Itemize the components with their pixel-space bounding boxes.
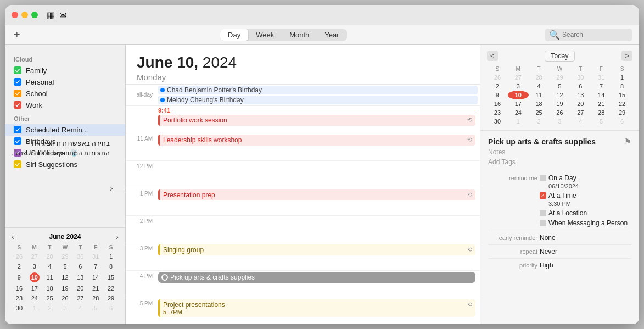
right-cal-next[interactable]: > bbox=[621, 51, 632, 61]
pickup-event[interactable]: Pick up arts & crafts supplies bbox=[158, 272, 475, 283]
mini-cal-cell[interactable]: 26 bbox=[12, 252, 27, 261]
r-cal-cell[interactable]: 6 bbox=[570, 82, 591, 91]
right-cal-today[interactable]: Today bbox=[545, 51, 574, 62]
sidebar-item-scheduled[interactable]: Scheduled Remin... bbox=[5, 124, 125, 136]
r-cal-cell[interactable]: 12 bbox=[550, 91, 570, 99]
mini-cal-cell[interactable]: 2 bbox=[12, 261, 27, 271]
mini-cal-cell[interactable]: 13 bbox=[72, 271, 88, 283]
mini-cal-cell[interactable]: 29 bbox=[58, 252, 73, 261]
r-cal-cell[interactable]: 5 bbox=[550, 82, 570, 91]
mini-cal-cell[interactable]: 3 bbox=[27, 261, 42, 271]
when-messaging-checkbox[interactable] bbox=[540, 220, 546, 226]
r-cal-cell[interactable]: 19 bbox=[550, 99, 570, 108]
r-cal-cell[interactable]: 6 bbox=[612, 117, 632, 126]
r-cal-cell[interactable]: 2 bbox=[529, 117, 550, 126]
mini-cal-cell[interactable]: 4 bbox=[42, 261, 58, 271]
add-button[interactable]: + bbox=[12, 29, 23, 40]
r-cal-cell[interactable]: 28 bbox=[529, 73, 550, 82]
view-month-button[interactable]: Month bbox=[282, 29, 317, 41]
r-cal-cell[interactable]: 11 bbox=[529, 91, 550, 99]
mini-cal-cell[interactable]: 25 bbox=[42, 293, 58, 303]
at-a-location-checkbox[interactable] bbox=[540, 210, 546, 216]
r-cal-cell-today[interactable]: 10 bbox=[508, 91, 529, 99]
mini-cal-cell[interactable]: 2 bbox=[42, 303, 58, 313]
r-cal-cell[interactable]: 16 bbox=[487, 99, 508, 108]
sidebar-item-birthdays[interactable]: Birthdays bbox=[5, 136, 125, 147]
r-cal-cell[interactable]: 24 bbox=[508, 108, 529, 117]
search-box[interactable]: 🔍 bbox=[545, 29, 632, 41]
sidebar-item-siri[interactable]: Siri Suggestions bbox=[5, 159, 125, 170]
r-cal-cell[interactable]: 1 bbox=[508, 117, 529, 126]
r-cal-cell[interactable]: 26 bbox=[487, 73, 508, 82]
r-cal-cell[interactable]: 31 bbox=[591, 73, 612, 82]
r-cal-cell[interactable]: 30 bbox=[570, 73, 591, 82]
mini-cal-cell[interactable]: 16 bbox=[12, 283, 27, 293]
r-cal-cell[interactable]: 8 bbox=[612, 82, 632, 91]
mini-cal-cell[interactable]: 23 bbox=[12, 293, 27, 303]
r-cal-cell[interactable]: 20 bbox=[570, 99, 591, 108]
r-cal-cell[interactable]: 23 bbox=[487, 108, 508, 117]
mini-cal-cell[interactable]: 5 bbox=[58, 261, 73, 271]
sidebar-item-work[interactable]: Work bbox=[5, 99, 125, 111]
r-cal-cell[interactable]: 15 bbox=[612, 91, 632, 99]
sidebar-item-family[interactable]: Family bbox=[5, 65, 125, 76]
r-cal-cell[interactable]: 3 bbox=[508, 82, 529, 91]
r-cal-cell[interactable]: 28 bbox=[591, 108, 612, 117]
mini-cal-cell[interactable]: 5 bbox=[88, 303, 103, 313]
sidebar-item-us-holidays[interactable]: US Holidays 📡 bbox=[5, 147, 125, 159]
r-cal-cell[interactable]: 21 bbox=[591, 99, 612, 108]
mini-cal-cell[interactable]: 1 bbox=[27, 303, 42, 313]
r-cal-cell[interactable]: 30 bbox=[487, 117, 508, 126]
r-cal-cell[interactable]: 18 bbox=[529, 99, 550, 108]
mini-cal-cell[interactable]: 19 bbox=[58, 283, 73, 293]
view-day-button[interactable]: Day bbox=[220, 29, 248, 41]
r-cal-cell[interactable]: 7 bbox=[591, 82, 612, 91]
r-cal-cell[interactable]: 2 bbox=[487, 82, 508, 91]
mini-cal-cell[interactable]: 8 bbox=[103, 261, 119, 271]
mini-cal-cell[interactable]: 30 bbox=[72, 252, 88, 261]
mini-cal-cell[interactable]: 21 bbox=[88, 283, 103, 293]
leadership-event[interactable]: Leadership skills workshop ⟲ bbox=[158, 135, 475, 146]
mini-cal-cell[interactable]: 12 bbox=[58, 271, 73, 283]
view-week-button[interactable]: Week bbox=[248, 29, 282, 41]
mini-cal-cell[interactable]: 4 bbox=[72, 303, 88, 313]
r-cal-cell[interactable]: 4 bbox=[570, 117, 591, 126]
minimize-button[interactable] bbox=[21, 12, 28, 18]
r-cal-cell[interactable]: 27 bbox=[508, 73, 529, 82]
r-cal-cell[interactable]: 25 bbox=[529, 108, 550, 117]
birthday-event-melody[interactable]: Melody Cheung's Birthday bbox=[158, 96, 478, 104]
view-year-button[interactable]: Year bbox=[317, 29, 346, 41]
mini-cal-next[interactable]: › bbox=[116, 232, 119, 241]
mini-cal-cell[interactable]: 6 bbox=[72, 261, 88, 271]
mini-cal-cell[interactable]: 27 bbox=[27, 252, 42, 261]
mini-cal-cell[interactable]: 28 bbox=[88, 293, 103, 303]
mini-cal-cell[interactable]: 14 bbox=[88, 271, 103, 283]
mini-cal-cell-today[interactable]: 10 bbox=[27, 271, 42, 283]
r-cal-cell[interactable]: 3 bbox=[550, 117, 570, 126]
sidebar-item-personal[interactable]: Personal bbox=[5, 76, 125, 88]
r-cal-cell[interactable]: 22 bbox=[612, 99, 632, 108]
mini-cal-cell[interactable]: 31 bbox=[88, 252, 103, 261]
search-input[interactable] bbox=[562, 31, 628, 38]
right-cal-prev[interactable]: < bbox=[487, 51, 498, 61]
r-cal-cell[interactable]: 1 bbox=[612, 73, 632, 82]
on-a-day-checkbox[interactable] bbox=[540, 175, 546, 181]
mini-cal-prev[interactable]: ‹ bbox=[12, 232, 14, 241]
mini-cal-cell[interactable]: 26 bbox=[58, 293, 73, 303]
singing-event[interactable]: Singing group ⟲ bbox=[158, 244, 475, 255]
presentation-prep-event[interactable]: Presentation prep ⟲ bbox=[158, 189, 475, 200]
mini-cal-cell[interactable]: 3 bbox=[58, 303, 73, 313]
r-cal-cell[interactable]: 9 bbox=[487, 91, 508, 99]
sidebar-item-school[interactable]: School bbox=[5, 88, 125, 99]
r-cal-cell[interactable]: 26 bbox=[550, 108, 570, 117]
mini-cal-cell[interactable]: 9 bbox=[12, 271, 27, 283]
mini-cal-cell[interactable]: 11 bbox=[42, 271, 58, 283]
mini-cal-cell[interactable]: 17 bbox=[27, 283, 42, 293]
mini-cal-cell[interactable]: 22 bbox=[103, 283, 119, 293]
mini-cal-cell[interactable]: 24 bbox=[27, 293, 42, 303]
r-cal-cell[interactable]: 14 bbox=[591, 91, 612, 99]
mini-cal-cell[interactable]: 15 bbox=[103, 271, 119, 283]
r-cal-cell[interactable]: 29 bbox=[550, 73, 570, 82]
portfolio-event[interactable]: Portfolio work session ⟲ bbox=[158, 115, 475, 126]
maximize-button[interactable] bbox=[31, 12, 38, 18]
